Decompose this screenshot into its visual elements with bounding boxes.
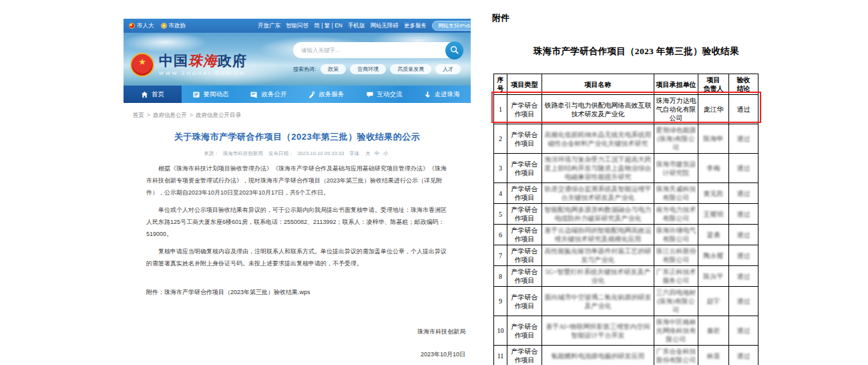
- services-icon: [308, 91, 315, 98]
- cell-no: 1: [494, 95, 507, 124]
- table-header-cell: 验收 结论: [729, 74, 758, 95]
- table-header-cell: 项目类型: [507, 74, 542, 95]
- hot-words-label: 搜索热词:: [293, 66, 316, 73]
- cell-unit: 珠海中区格林光网络科技有限公司: [654, 316, 698, 346]
- cell-type: 产学研合作项目: [507, 266, 542, 287]
- cell-type: 产学研合作项目: [507, 346, 542, 365]
- hot-word-pill[interactable]: 营商环境: [350, 64, 386, 74]
- font-size-control[interactable]: 小: [383, 150, 389, 156]
- article-paragraph: 根据《珠海市科技计划项目验收管理办法》《珠海市产学研合作及基础与应用基础研究项目…: [146, 162, 448, 199]
- site-url: WWW.ZHUHAI.GOV.CN: [159, 70, 247, 76]
- breadcrumb-separator: >: [190, 112, 193, 118]
- search-button[interactable]: [445, 41, 463, 59]
- nav-item-news[interactable]: 要闻动态: [182, 86, 240, 103]
- site-logo[interactable]: 中国珠海政府 WWW.ZHUHAI.GOV.CN: [130, 43, 247, 86]
- article-paragraph: 复核申请应当明确复核内容及理由，注明联系人和联系方式。单位提出异议的需加盖单位公…: [146, 245, 448, 269]
- nav-item-interaction[interactable]: 互动交流: [355, 86, 413, 103]
- top-bar-link[interactable]: 开放广东: [258, 22, 280, 30]
- table-header-row: 序 号项目类型项目名称项目承担单位项目 负责人验收 结论: [494, 74, 758, 95]
- breadcrumb-item[interactable]: 首页: [133, 112, 144, 118]
- cell-type: 产学研合作项目: [507, 183, 542, 204]
- cell-result: 通过: [729, 204, 758, 225]
- hot-word-pill[interactable]: 高质量发展: [390, 64, 431, 74]
- top-bar-link-npc-emblem[interactable]: 市人大: [129, 22, 154, 30]
- top-bar-left-links: 市人大市政协: [129, 22, 186, 30]
- publish-date-label: 发布日期：: [268, 150, 294, 156]
- top-bar-link[interactable]: 手机版: [348, 22, 365, 30]
- cell-person: 林晨: [698, 346, 729, 365]
- cell-name: 海洋环境与复杂受力工况下超高大跨度上部结构开发与隧道上盖物业综合电磁兼容性能提升…: [542, 154, 654, 183]
- top-bar-link-label: 市政协: [169, 22, 186, 30]
- breadcrumb-item[interactable]: 政府信息公开: [153, 112, 187, 118]
- nav-item-label: 要闻动态: [204, 90, 229, 99]
- cell-person: 陈兴平: [698, 266, 729, 287]
- font-size-label: 字体: [349, 150, 359, 156]
- table-row: 2产学研合作项目高频化低损耗纳米晶无线充电系统用磁性合金材料产业化关键技术研究爱…: [494, 124, 758, 154]
- table-row-highlighted: 1产学研合作项目铁路牵引与电力供配电网络高效互联技术研发及产业化珠海万力达电气自…: [494, 95, 758, 124]
- nav-item-label: 互动交流: [377, 90, 403, 99]
- ipv6-badge[interactable]: 网站支持IPv6: [432, 21, 471, 31]
- npc-emblem-icon: [129, 23, 135, 29]
- top-bar-link-cppcc-emblem[interactable]: 市政协: [161, 22, 186, 30]
- cell-type: 产学研合作项目: [507, 154, 542, 183]
- attachment-document: 附件 珠海市产学研合作项目（2023 年第三批）验收结果 序 号项目类型项目名称…: [492, 12, 781, 365]
- cell-result: 通过: [729, 124, 758, 154]
- top-bar-link-label: 市人大: [137, 22, 154, 30]
- disclosure-icon: [250, 91, 258, 98]
- nav-item-disclosure[interactable]: 政务公开: [239, 86, 297, 103]
- table-row: 4产学研合作项目轨道交通综合监测系统及智能运维平台关键技术研发及产业化珠海天威科…: [494, 183, 758, 204]
- signature-date: 2023年10月10日: [146, 350, 465, 359]
- cell-no: 2: [494, 124, 507, 154]
- top-bar-right-links: 开放广东智能问答简 | 繁 | EN手机版网站无障碍更多服务网站支持IPv6: [258, 21, 467, 31]
- nav-item-services[interactable]: 政务服务: [297, 86, 355, 103]
- cell-type: 产学研合作项目: [507, 124, 542, 154]
- cell-unit: 珠海天威科技有限公司: [654, 183, 698, 204]
- signature-agency: 珠海市科技创新局: [146, 328, 465, 336]
- cell-result: 通过: [729, 154, 758, 183]
- cell-unit: 三六四电地材(珠海)有限公司: [654, 287, 698, 316]
- results-table-wrap: 序 号项目类型项目名称项目承担单位项目 负责人验收 结论 1产学研合作项目铁路牵…: [493, 74, 781, 365]
- font-size-control[interactable]: 大: [365, 150, 371, 156]
- cell-person: 陶永耀: [698, 245, 729, 266]
- cell-result: 通过: [729, 346, 758, 365]
- cell-person: 黄见胜: [698, 183, 729, 204]
- top-bar-link[interactable]: 智能问答: [286, 22, 308, 30]
- cell-result: 通过: [729, 316, 758, 346]
- nav-item-home[interactable]: 首页: [124, 86, 182, 103]
- top-bar-link[interactable]: 更多服务: [404, 22, 427, 30]
- table-header-cell: 序 号: [494, 74, 507, 95]
- breadcrumb-separator: >: [147, 112, 150, 118]
- cell-name: 氢能燃料电池膜电极的研发应用: [542, 346, 654, 365]
- cell-no: 8: [494, 266, 507, 287]
- publish-date-value: 2023-10-10 09:33:33: [297, 150, 344, 156]
- cell-type: 产学研合作项目: [507, 225, 542, 245]
- cell-unit: 广东合金科技股份有限公司: [654, 346, 698, 365]
- cell-no: 9: [494, 287, 507, 316]
- attachment-file-link[interactable]: 珠海市产学研合作项目（2023年第三批）验收结果.wps: [164, 289, 310, 295]
- nav-item-explore[interactable]: 走进珠海: [413, 86, 471, 103]
- cell-person: 李梅: [698, 154, 729, 183]
- browser-page: 市人大市政协 开放广东智能问答简 | 繁 | EN手机版网站无障碍更多服务网站支…: [124, 19, 471, 356]
- search-icon: [450, 45, 459, 56]
- top-bar-link[interactable]: 网站无障碍: [370, 22, 399, 30]
- cell-unit: 爱旭绿色能源(珠海)有限公司: [654, 124, 698, 154]
- cell-name: 轨道交通综合监测系统及智能运维平台关键技术研发及产业化: [542, 183, 654, 204]
- cell-no: 4: [494, 183, 507, 204]
- cell-person: 庞江华: [698, 95, 729, 124]
- hot-word-pill[interactable]: 人才: [435, 64, 461, 74]
- cell-unit: 珠海许继电气有限公司: [654, 225, 698, 245]
- national-emblem-icon: [130, 53, 154, 77]
- font-size-control[interactable]: 中: [375, 150, 380, 156]
- breadcrumb-item: 政府信息公开目录: [196, 112, 241, 118]
- utility-top-bar: 市人大市政协 开放广东智能问答简 | 繁 | EN手机版网站无障碍更多服务网站支…: [124, 19, 471, 33]
- cell-unit: 珠江云科股份有限公司: [654, 245, 698, 266]
- cell-name: 面向城市中空玻璃二氧化钒膜的研发及产业化: [542, 287, 654, 316]
- hot-word-pill[interactable]: 政策: [320, 64, 346, 74]
- source-value: 珠海市科技创新局: [223, 150, 263, 156]
- search-input[interactable]: [293, 42, 461, 58]
- source-label: 来源：: [204, 150, 219, 156]
- top-bar-link[interactable]: 简 | 繁 | EN: [314, 22, 343, 30]
- cell-type: 产学研合作项目: [507, 95, 542, 124]
- table-header-cell: 项目 负责人: [698, 74, 729, 95]
- cell-person: 陈海申: [698, 124, 729, 154]
